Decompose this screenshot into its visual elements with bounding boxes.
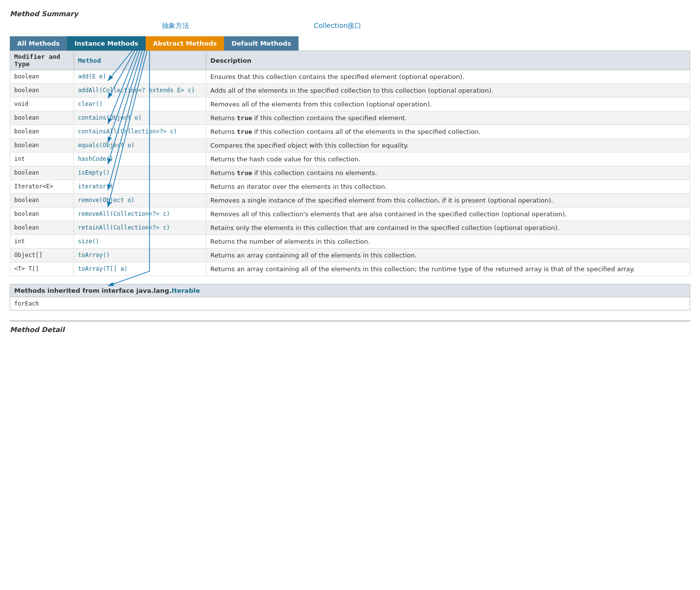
col-method-header: Method — [74, 51, 206, 70]
col-desc-header: Description — [206, 51, 690, 70]
table-row: int size() Returns the number of element… — [10, 235, 690, 249]
method-link[interactable]: addAll(Collection<? extends E> c) — [78, 87, 195, 94]
table-header-row: Modifier and Type Method Description — [10, 51, 690, 70]
method-link[interactable]: removeAll(Collection<?> c) — [78, 210, 170, 217]
table-row: Iterator<E> iterator() Returns an iterat… — [10, 180, 690, 194]
inherited-header-text: Methods inherited from interface java.la… — [14, 287, 172, 294]
modifier-cell: void — [10, 98, 74, 111]
modifier-cell: boolean — [10, 166, 74, 180]
method-link[interactable]: containsAll(Collection<?> c) — [78, 128, 177, 135]
desc-cell: Compares the specified object with this … — [206, 139, 690, 153]
table-row: boolean contains(Object o) Returns true … — [10, 111, 690, 125]
method-link[interactable]: retainAll(Collection<?> c) — [78, 224, 170, 231]
method-summary-title: Method Summary — [10, 10, 690, 18]
method-link[interactable]: clear() — [78, 101, 103, 107]
modifier-cell: boolean — [10, 221, 74, 235]
tab-default-methods[interactable]: Default Methods — [224, 36, 299, 51]
table-row: void clear() Removes all of the elements… — [10, 98, 690, 111]
modifier-cell: boolean — [10, 139, 74, 153]
desc-cell: Removes all of this collection's element… — [206, 207, 690, 221]
method-cell[interactable]: clear() — [74, 98, 206, 111]
method-link[interactable]: toArray(T[] a) — [78, 265, 127, 272]
tab-all-methods[interactable]: All Methods — [10, 36, 67, 51]
desc-cell: Returns true if this collection contains… — [206, 166, 690, 180]
method-link[interactable]: isEmpty() — [78, 169, 110, 176]
method-cell[interactable]: hashCode() — [74, 153, 206, 166]
desc-cell: Adds all of the elements in the specifie… — [206, 84, 690, 98]
desc-cell: Returns the hash code value for this col… — [206, 153, 690, 166]
modifier-cell: boolean — [10, 84, 74, 98]
desc-cell: Returns the number of elements in this c… — [206, 235, 690, 249]
col-modifier-header: Modifier and Type — [10, 51, 74, 70]
tabs-container: All Methods Instance Methods Abstract Me… — [10, 36, 690, 51]
method-link[interactable]: contains(Object o) — [78, 114, 142, 121]
desc-cell: Returns an array containing all of the e… — [206, 249, 690, 262]
table-row: boolean containsAll(Collection<?> c) Ret… — [10, 125, 690, 139]
collection-annotation: Collection接口 — [314, 22, 361, 30]
method-table: Modifier and Type Method Description boo… — [10, 51, 690, 276]
table-row: boolean isEmpty() Returns true if this c… — [10, 166, 690, 180]
page-container: Method Summary 抽象方法 Collection接口 All Met… — [10, 10, 690, 333]
true-keyword: true — [237, 169, 252, 177]
tab-abstract-methods[interactable]: Abstract Methods — [146, 36, 224, 51]
table-row: boolean add(E e) Ensures that this colle… — [10, 70, 690, 84]
table-row: <T> T[] toArray(T[] a) Returns an array … — [10, 262, 690, 276]
desc-cell: Removes all of the elements from this co… — [206, 98, 690, 111]
modifier-cell: Object[] — [10, 249, 74, 262]
table-row: int hashCode() Returns the hash code val… — [10, 153, 690, 166]
desc-cell: Returns an array containing all of the e… — [206, 262, 690, 276]
annotation-row: 抽象方法 Collection接口 — [10, 22, 690, 35]
method-cell[interactable]: contains(Object o) — [74, 111, 206, 125]
method-cell[interactable]: equals(Object o) — [74, 139, 206, 153]
method-cell[interactable]: add(E e) — [74, 70, 206, 84]
method-cell[interactable]: size() — [74, 235, 206, 249]
method-cell[interactable]: iterator() — [74, 180, 206, 194]
method-cell[interactable]: toArray() — [74, 249, 206, 262]
modifier-cell: boolean — [10, 125, 74, 139]
table-row: boolean addAll(Collection<? extends E> c… — [10, 84, 690, 98]
modifier-cell: int — [10, 153, 74, 166]
tab-instance-methods[interactable]: Instance Methods — [67, 36, 146, 51]
method-cell[interactable]: toArray(T[] a) — [74, 262, 206, 276]
table-row: boolean remove(Object o) Removes a singl… — [10, 194, 690, 207]
table-row: boolean removeAll(Collection<?> c) Remov… — [10, 207, 690, 221]
method-cell[interactable]: retainAll(Collection<?> c) — [74, 221, 206, 235]
method-cell[interactable]: containsAll(Collection<?> c) — [74, 125, 206, 139]
method-link[interactable]: add(E e) — [78, 73, 106, 80]
method-cell[interactable]: remove(Object o) — [74, 194, 206, 207]
method-link[interactable]: iterator() — [78, 183, 113, 190]
method-cell[interactable]: isEmpty() — [74, 166, 206, 180]
desc-cell: Ensures that this collection contains th… — [206, 70, 690, 84]
method-table-wrapper: Modifier and Type Method Description boo… — [10, 51, 690, 276]
true-keyword: true — [237, 114, 252, 122]
desc-cell: Retains only the elements in this collec… — [206, 221, 690, 235]
method-link[interactable]: size() — [78, 238, 99, 245]
inherited-section: Methods inherited from interface java.la… — [10, 284, 690, 310]
method-link[interactable]: equals(Object o) — [78, 142, 135, 149]
desc-cell: Removes a single instance of the specifi… — [206, 194, 690, 207]
desc-cell: Returns an iterator over the elements in… — [206, 180, 690, 194]
table-row: Object[] toArray() Returns an array cont… — [10, 249, 690, 262]
method-detail-title: Method Detail — [10, 320, 690, 333]
method-link[interactable]: hashCode() — [78, 155, 113, 162]
table-row: boolean retainAll(Collection<?> c) Retai… — [10, 221, 690, 235]
modifier-cell: boolean — [10, 194, 74, 207]
table-row: boolean equals(Object o) Compares the sp… — [10, 139, 690, 153]
modifier-cell: <T> T[] — [10, 262, 74, 276]
modifier-cell: boolean — [10, 111, 74, 125]
desc-cell: Returns true if this collection contains… — [206, 125, 690, 139]
inherited-header: Methods inherited from interface java.la… — [10, 284, 690, 297]
method-link[interactable]: remove(Object o) — [78, 197, 135, 204]
method-cell[interactable]: addAll(Collection<? extends E> c) — [74, 84, 206, 98]
modifier-cell: boolean — [10, 207, 74, 221]
modifier-cell: Iterator<E> — [10, 180, 74, 194]
modifier-cell: boolean — [10, 70, 74, 84]
modifier-cell: int — [10, 235, 74, 249]
method-cell[interactable]: removeAll(Collection<?> c) — [74, 207, 206, 221]
method-link[interactable]: toArray() — [78, 252, 110, 258]
inherited-methods: forEach — [10, 297, 690, 310]
desc-cell: Returns true if this collection contains… — [206, 111, 690, 125]
abstract-annotation: 抽象方法 — [162, 22, 189, 30]
inherited-iterable-link[interactable]: Iterable — [172, 287, 200, 294]
true-keyword: true — [237, 128, 252, 135]
